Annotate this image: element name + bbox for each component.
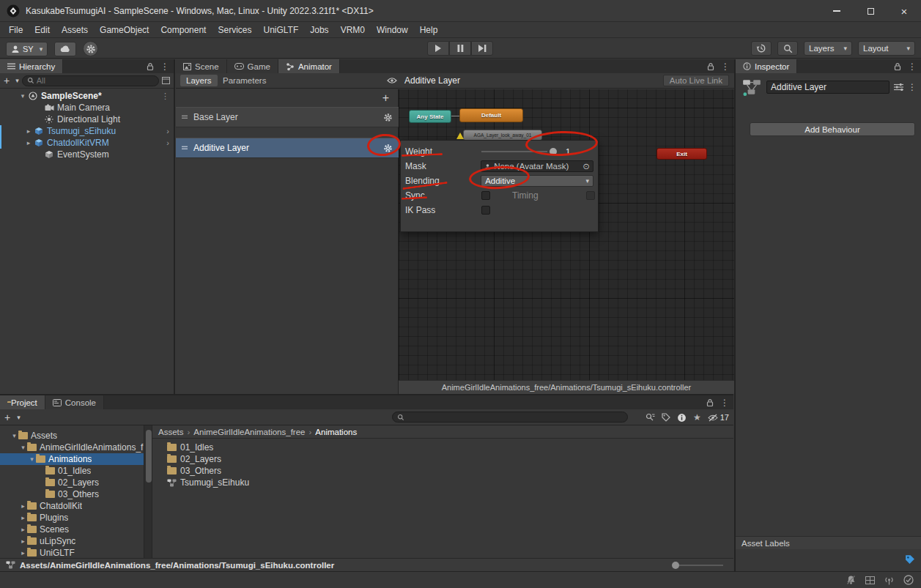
hierarchy-item-eventsystem[interactable]: EventSystem	[0, 149, 174, 160]
minimize-button[interactable]	[820, 0, 854, 22]
menu-help[interactable]: Help	[414, 22, 444, 37]
menu-vrm0[interactable]: VRM0	[335, 22, 371, 37]
info-icon[interactable]	[677, 413, 687, 423]
visibility-eye-icon[interactable]	[387, 77, 397, 84]
undo-history-button[interactable]	[751, 41, 772, 56]
search-button[interactable]	[777, 41, 798, 56]
add-gameobject-button[interactable]: +	[4, 75, 10, 86]
search-by-label-icon[interactable]	[662, 413, 670, 422]
tree-item-unigltf[interactable]: ▸UniGLTF	[0, 547, 144, 558]
hierarchy-item-main-camera[interactable]: Main Camera	[0, 102, 174, 113]
file-item-02-layers[interactable]: 02_Layers	[152, 453, 733, 465]
layer-settings-gear-icon[interactable]	[383, 113, 393, 122]
lock-icon[interactable]	[707, 62, 714, 71]
tree-item-assets[interactable]: ▾Assets	[0, 430, 144, 442]
weight-slider[interactable]	[481, 151, 547, 152]
animator-graph[interactable]: Any State Default AGA_Layer_look_away_01…	[399, 89, 734, 394]
hierarchy-item-tsumugi[interactable]: ▸ Tsumugi_sEihuku ›	[0, 125, 174, 137]
pause-button[interactable]	[449, 41, 471, 56]
prefab-open-arrow-icon[interactable]: ›	[166, 127, 169, 135]
lock-icon[interactable]	[706, 398, 714, 407]
layer-name-field[interactable]	[766, 81, 889, 94]
tree-item-chatdollkit[interactable]: ▸ChatdollKit	[0, 500, 144, 512]
crumb-animations[interactable]: Animations	[315, 428, 357, 436]
layers-dropdown[interactable]: Layers ▾	[804, 41, 852, 56]
kebab-menu-icon[interactable]: ⋮	[161, 92, 169, 100]
cloud-button[interactable]	[54, 42, 76, 56]
kebab-menu-icon[interactable]: ⋮	[908, 62, 917, 71]
project-search[interactable]	[392, 412, 628, 423]
layer-settings-gear-icon[interactable]	[383, 144, 393, 153]
hidden-count[interactable]: 17	[708, 413, 729, 422]
layer-item-base[interactable]: Base Layer	[176, 107, 399, 127]
layers-tab-button[interactable]: Layers	[180, 75, 218, 86]
layer-item-additive[interactable]: Additive Layer	[176, 138, 399, 158]
parameters-tab-button[interactable]: Parameters	[217, 75, 272, 86]
broadcast-icon[interactable]	[884, 576, 894, 585]
tree-item-animegirl[interactable]: ▾AnimeGirlIdleAnimations_free	[0, 442, 144, 453]
thumbnail-zoom-slider[interactable]	[673, 565, 723, 566]
tab-inspector[interactable]: Inspector	[736, 59, 797, 73]
file-item-controller[interactable]: Tsumugi_sEihuku	[152, 477, 733, 488]
foldout-closed-icon[interactable]: ▸	[23, 127, 34, 135]
crumb-assets[interactable]: Assets	[158, 428, 184, 436]
menu-jobs[interactable]: Jobs	[304, 22, 334, 37]
save-search-star-icon[interactable]: ★	[693, 412, 701, 423]
scene-row[interactable]: ▾ SampleScene* ⋮	[0, 90, 174, 102]
create-asset-button[interactable]: +	[4, 412, 10, 423]
tree-item-plugins[interactable]: ▸Plugins	[0, 512, 144, 524]
menu-assets[interactable]: Assets	[56, 22, 94, 37]
project-search-input[interactable]	[407, 413, 623, 422]
tree-item-animations[interactable]: ▾Animations	[0, 453, 144, 465]
menu-file[interactable]: File	[3, 22, 29, 37]
ik-pass-checkbox[interactable]	[481, 206, 490, 215]
prefab-open-arrow-icon[interactable]: ›	[166, 138, 169, 147]
menu-unigltf[interactable]: UniGLTF	[257, 22, 304, 37]
scene-picker-icon[interactable]	[162, 77, 170, 84]
tree-scrollbar[interactable]	[144, 425, 152, 558]
layout-dropdown[interactable]: Layout ▾	[858, 41, 915, 56]
close-button[interactable]: ×	[887, 0, 921, 22]
kebab-menu-icon[interactable]: ⋮	[721, 62, 730, 71]
sync-checkbox[interactable]	[481, 191, 490, 200]
default-state-node[interactable]: Default	[459, 108, 523, 122]
tab-hierarchy[interactable]: Hierarchy	[0, 59, 63, 73]
drag-handle-icon[interactable]	[182, 146, 188, 150]
foldout-open-icon[interactable]: ▾	[18, 92, 28, 100]
selected-state-node[interactable]: AGA_Layer_look_away_01	[463, 130, 542, 141]
tab-animator[interactable]: Animator	[278, 59, 340, 73]
chevron-down-icon[interactable]: ▾	[15, 77, 19, 84]
step-button[interactable]	[471, 41, 493, 56]
tab-game[interactable]: Game	[227, 59, 278, 73]
blending-dropdown[interactable]: Additive ▾	[481, 175, 593, 187]
presets-sliders-icon[interactable]	[894, 83, 903, 92]
drag-handle-icon[interactable]	[182, 115, 188, 119]
auto-live-link-button[interactable]: Auto Live Link	[663, 75, 729, 86]
tab-console[interactable]: Console	[45, 395, 104, 409]
animator-breadcrumb[interactable]: Additive Layer	[404, 75, 460, 86]
kebab-menu-icon[interactable]: ⋮	[908, 83, 917, 92]
chevron-down-icon[interactable]: ▾	[17, 414, 21, 421]
hierarchy-search-input[interactable]	[37, 76, 154, 85]
account-button[interactable]: SY ▾	[6, 42, 48, 56]
tree-item-scenes[interactable]: ▸Scenes	[0, 524, 144, 535]
settings-gear-button[interactable]	[83, 41, 98, 56]
add-behaviour-button[interactable]: Add Behaviour	[750, 122, 915, 136]
kebab-menu-icon[interactable]: ⋮	[720, 398, 729, 407]
any-state-node[interactable]: Any State	[409, 110, 451, 123]
search-by-type-icon[interactable]	[646, 413, 655, 422]
weight-value[interactable]: 1	[566, 147, 570, 156]
add-layer-button[interactable]: +	[382, 92, 389, 105]
tab-scene[interactable]: Scene	[176, 59, 227, 73]
zoom-slider-knob[interactable]	[672, 562, 679, 569]
menu-edit[interactable]: Edit	[29, 22, 56, 37]
hierarchy-item-chatdollkit[interactable]: ▸ ChatdollKitVRM ›	[0, 137, 174, 149]
mask-object-field[interactable]: None (Avatar Mask) ⊙	[481, 160, 593, 172]
notifications-bell-icon[interactable]	[846, 575, 856, 585]
tree-item-02-layers[interactable]: 02_Layers	[0, 477, 144, 488]
lock-icon[interactable]	[147, 62, 154, 71]
menu-component[interactable]: Component	[155, 22, 212, 37]
hierarchy-search[interactable]	[22, 75, 159, 86]
exit-node[interactable]: Exit	[656, 148, 707, 160]
label-tag-icon[interactable]	[904, 554, 915, 565]
